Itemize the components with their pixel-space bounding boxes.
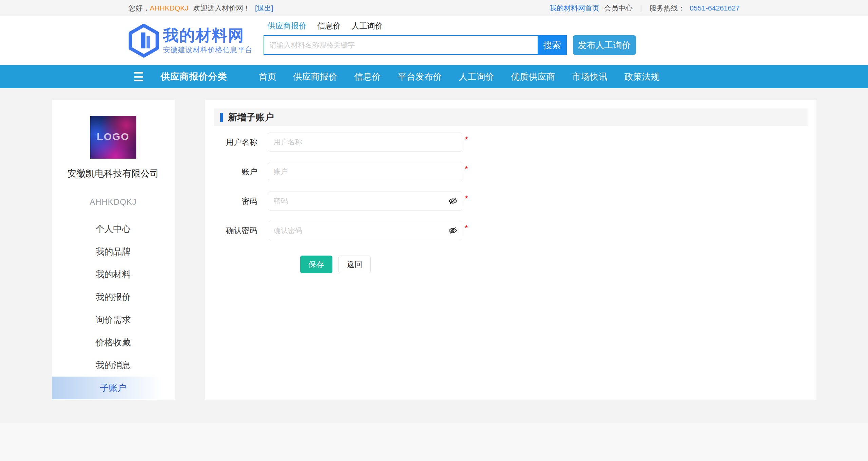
nav-item[interactable]: 优质供应商	[511, 71, 555, 83]
company-name: 安徽凯电科技有限公司	[52, 167, 175, 180]
title-accent-bar	[220, 113, 223, 122]
sidebar-item[interactable]: 我的报价	[52, 286, 175, 308]
field-input[interactable]	[268, 221, 462, 240]
sidebar-item[interactable]: 价格收藏	[52, 331, 175, 354]
member-center-link[interactable]: 会员中心	[604, 3, 633, 13]
nav-item[interactable]: 信息价	[354, 71, 381, 83]
sidebar: LOGO 安徽凯电科技有限公司 AHHKDQKJ 个人中心我的品牌我的材料我的报…	[52, 100, 175, 400]
search-tab[interactable]: 信息价	[317, 21, 341, 31]
form-row: 账户 *	[214, 162, 808, 181]
nav-item[interactable]: 供应商报价	[293, 71, 337, 83]
eye-off-icon[interactable]	[448, 226, 458, 235]
required-asterisk: *	[465, 165, 468, 174]
home-link[interactable]: 我的材料网首页	[549, 3, 599, 13]
supplier-category-title[interactable]: 供应商报价分类	[161, 65, 227, 88]
logo-subtitle: 安徽建设材料价格信息平台	[163, 45, 253, 55]
main-panel: 新增子账户 用户名称 * 账户 * 密码 * 确认密码	[205, 100, 816, 400]
sidebar-item[interactable]: 我的消息	[52, 354, 175, 377]
logo-title: 我的材料网	[163, 27, 253, 44]
sidebar-item[interactable]: 个人中心	[52, 218, 175, 240]
field-label: 确认密码	[214, 225, 257, 236]
back-button[interactable]: 返回	[339, 256, 371, 273]
required-asterisk: *	[465, 224, 468, 233]
nav-item[interactable]: 人工询价	[459, 71, 494, 83]
required-asterisk: *	[465, 194, 468, 203]
site-logo[interactable]: 我的材料网 安徽建设材料价格信息平台	[129, 24, 253, 58]
field-label: 用户名称	[214, 137, 257, 147]
hamburger-icon[interactable]	[134, 72, 149, 81]
company-logo-text: LOGO	[90, 131, 136, 142]
main-nav: 供应商报价分类 首页供应商报价信息价平台发布价人工询价优质供应商市场快讯政策法规	[0, 65, 868, 88]
sidebar-item[interactable]: 子账户	[52, 377, 175, 399]
page-titlebar: 新增子账户	[214, 108, 808, 126]
nav-item[interactable]: 市场快讯	[572, 71, 607, 83]
form-row: 用户名称 *	[214, 133, 808, 152]
sidebar-item[interactable]: 我的材料	[52, 263, 175, 286]
greeting-prefix: 您好，	[129, 4, 150, 12]
logout-link[interactable]: [退出]	[255, 3, 273, 13]
search-tab[interactable]: 人工询价	[352, 21, 383, 31]
company-logo-image: LOGO	[90, 116, 136, 159]
nav-menu: 首页供应商报价信息价平台发布价人工询价优质供应商市场快讯政策法规	[259, 65, 660, 88]
form-row: 密码 *	[214, 192, 808, 211]
field-label: 密码	[214, 196, 257, 206]
greeting-text: 您好，AHHKDQKJ	[129, 3, 189, 13]
search-tab[interactable]: 供应商报价	[268, 21, 307, 31]
nav-item[interactable]: 平台发布价	[398, 71, 442, 83]
hotline-label: 服务热线：	[649, 3, 685, 13]
sidebar-item[interactable]: 我的品牌	[52, 240, 175, 263]
topbar: 您好，AHHKDQKJ 欢迎进入材价网！ [退出] 我的材料网首页 会员中心 |…	[0, 0, 868, 16]
page-body: LOGO 安徽凯电科技有限公司 AHHKDQKJ 个人中心我的品牌我的材料我的报…	[52, 100, 816, 400]
eye-off-icon[interactable]	[448, 196, 458, 206]
nav-item[interactable]: 首页	[259, 71, 276, 83]
sub-account-form: 用户名称 * 账户 * 密码 * 确认密码	[214, 133, 808, 240]
publish-inquiry-button[interactable]: 发布人工询价	[573, 35, 636, 55]
save-button[interactable]: 保存	[300, 256, 332, 273]
search-block: 供应商报价信息价人工询价 搜索 发布人工询价	[264, 20, 636, 55]
hexagon-logo-icon	[129, 24, 159, 58]
form-row: 确认密码 *	[214, 221, 808, 240]
field-label: 账户	[214, 166, 257, 177]
account-code: AHHKDQKJ	[52, 197, 175, 207]
field-input[interactable]	[268, 162, 462, 181]
topbar-username: AHHKDQKJ	[150, 4, 189, 12]
page-title: 新增子账户	[228, 111, 274, 123]
hotline-number: 0551-64261627	[690, 4, 739, 12]
header: 我的材料网 安徽建设材料价格信息平台 供应商报价信息价人工询价 搜索 发布人工询…	[0, 16, 868, 65]
search-button[interactable]: 搜索	[538, 35, 567, 55]
required-asterisk: *	[465, 135, 468, 144]
welcome-text: 欢迎进入材价网！	[193, 3, 250, 13]
field-input[interactable]	[268, 133, 462, 152]
field-input[interactable]	[268, 192, 462, 211]
nav-item[interactable]: 政策法规	[624, 71, 660, 83]
sidebar-item[interactable]: 询价需求	[52, 308, 175, 331]
sidebar-menu: 个人中心我的品牌我的材料我的报价询价需求价格收藏我的消息子账户	[52, 218, 175, 399]
topbar-divider: |	[637, 4, 644, 12]
search-tabs: 供应商报价信息价人工询价	[264, 20, 636, 32]
footer-strip	[0, 423, 868, 461]
search-input[interactable]	[264, 35, 538, 55]
